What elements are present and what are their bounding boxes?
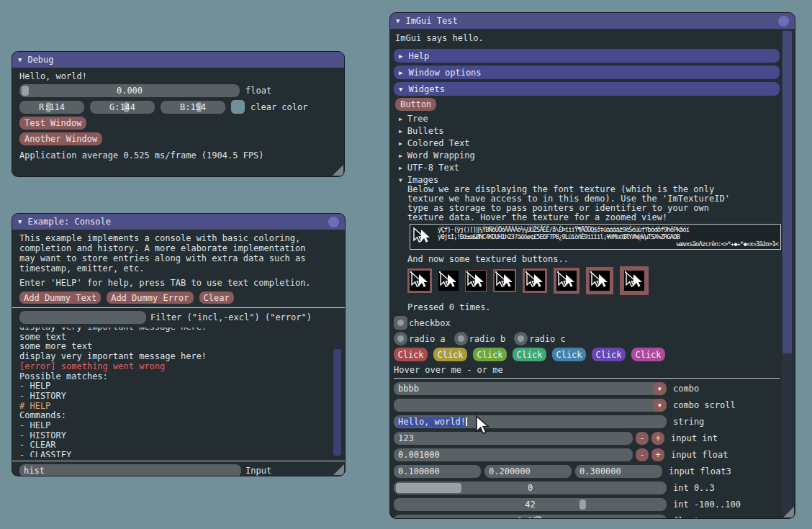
image-button[interactable] <box>586 267 613 294</box>
scrollbar-thumb[interactable] <box>782 31 792 353</box>
resize-grip[interactable] <box>333 165 343 176</box>
combo[interactable]: bbbb ▼ <box>394 382 667 395</box>
close-button[interactable] <box>328 217 339 227</box>
console-intro-line: timestamp, emitter, etc. <box>19 263 338 273</box>
font-texture-image[interactable]: ýÇf}·{ÿj()[]‖¼ÝBÑòÛÖóÃÄÀÁò½¼ÙÚŽŠÅÉÊ/å\ÈÞ… <box>410 224 781 250</box>
combo-scroll[interactable]: ▼ <box>394 399 667 412</box>
window-title: Example: Console <box>27 217 111 227</box>
resize-grip[interactable] <box>783 507 794 517</box>
color-slider[interactable]: B:154 <box>161 101 225 114</box>
image-button[interactable] <box>523 268 547 293</box>
filter-input[interactable] <box>19 311 146 324</box>
tree-item-label: Bullets <box>407 126 444 136</box>
input-float3-x[interactable]: 0.100000 <box>394 465 481 478</box>
input-float3-y[interactable]: 0.200000 <box>484 465 572 478</box>
console-log[interactable]: display very important message here!some… <box>19 327 342 457</box>
checkbox[interactable] <box>394 316 407 330</box>
input-float-field[interactable]: 0.001000 <box>394 448 633 461</box>
collapse-arrow-icon[interactable]: ▼ <box>18 219 22 225</box>
plus-button[interactable]: + <box>651 432 664 445</box>
cursor-pair-icon <box>410 271 430 291</box>
combo-arrow-button[interactable]: ▼ <box>653 382 667 395</box>
clear-color-swatch[interactable] <box>231 100 245 114</box>
hello-world-text: Hello, world! <box>19 71 337 81</box>
tree-item-label: Colored Text <box>407 138 470 148</box>
slider-int-0-3[interactable]: 0 <box>394 481 667 494</box>
radio-button-a[interactable] <box>394 332 407 345</box>
input-int-field[interactable]: 123 <box>394 432 633 445</box>
another-window-button[interactable]: Another Window <box>19 132 102 145</box>
test-window-button[interactable]: Test Window <box>19 117 86 130</box>
radio-button-b[interactable] <box>454 332 468 345</box>
slider-float[interactable]: 1.123 <box>394 515 667 519</box>
add-dummy-error-button[interactable]: Add Dummy Error <box>107 291 193 304</box>
click-button[interactable]: Click <box>394 348 428 361</box>
click-button[interactable]: Click <box>473 348 507 361</box>
tree-item-word-wrapping[interactable]: ▶Word Wrapping <box>394 150 780 160</box>
log-line: - CLEAR <box>19 440 342 451</box>
input-float-label: input float <box>671 450 728 460</box>
slider-value: R:114 <box>19 101 84 114</box>
console-input[interactable]: hist <box>19 464 241 476</box>
tree-item-utf-8-text[interactable]: ▶UTF-8 Text <box>394 163 780 173</box>
minus-button[interactable]: - <box>636 432 649 445</box>
radio-button-c[interactable] <box>514 332 528 345</box>
click-button[interactable]: Click <box>433 348 467 361</box>
string-input[interactable]: Hello, world! <box>394 415 667 428</box>
cursor-pair-icon <box>438 271 459 291</box>
collapse-arrow-icon[interactable]: ▼ <box>18 57 22 63</box>
float-slider[interactable]: 0.000 <box>19 84 240 97</box>
image-button[interactable] <box>465 270 487 291</box>
add-dummy-text-button[interactable]: Add Dummy Text <box>19 291 101 304</box>
click-button[interactable]: Click <box>631 348 665 361</box>
widgets-button[interactable]: Button <box>395 98 436 111</box>
separator <box>12 461 345 461</box>
plus-button[interactable]: + <box>651 448 664 461</box>
header-window-options[interactable]: ▶ Window options <box>394 65 780 79</box>
image-button[interactable] <box>493 269 516 292</box>
console-titlebar[interactable]: ▼ Example: Console <box>12 214 345 230</box>
collapse-arrow-icon[interactable]: ▼ <box>396 18 400 24</box>
separator <box>12 307 345 308</box>
input-float3-z[interactable]: 0.300000 <box>575 465 662 478</box>
resize-grip[interactable] <box>333 464 344 475</box>
close-button[interactable] <box>778 16 789 27</box>
imgui-test-titlebar[interactable]: ▼ ImGui Test <box>390 13 795 29</box>
scrollbar-thumb[interactable] <box>333 349 341 456</box>
header-widgets[interactable]: ▼ Widgets <box>394 82 780 96</box>
textured-buttons-caption: And now some textured buttons.. <box>407 254 780 264</box>
imgui-hello-text: ImGui says hello. <box>395 33 780 43</box>
scrollbar-track[interactable] <box>333 327 342 457</box>
combo-arrow-button[interactable]: ▼ <box>653 399 667 412</box>
log-line: - HISTORY <box>19 431 342 441</box>
scrollbar-track[interactable] <box>782 30 793 515</box>
cursor-pair-icon <box>412 226 432 246</box>
click-button[interactable]: Click <box>513 348 546 361</box>
slider-int-100-label: int -100..100 <box>673 499 741 510</box>
click-button[interactable]: Click <box>552 348 586 361</box>
radio-label: radio c <box>529 334 566 344</box>
debug-titlebar[interactable]: ▼ Debug <box>12 52 344 68</box>
image-button[interactable] <box>554 268 579 294</box>
color-slider[interactable]: G:144 <box>90 101 155 114</box>
tree-item-images[interactable]: ▼Images <box>394 175 780 185</box>
color-slider[interactable]: R:114 <box>19 101 84 114</box>
tree-item-colored-text[interactable]: ▶Colored Text <box>394 138 780 148</box>
slider-int-100[interactable]: 42 <box>394 498 667 511</box>
click-button[interactable]: Click <box>592 348 626 361</box>
image-button[interactable] <box>620 266 649 295</box>
clear-button[interactable]: Clear <box>199 291 234 304</box>
chevron-down-icon: ▼ <box>658 402 662 409</box>
header-help[interactable]: ▶ Help <box>394 49 780 63</box>
log-line: [error] something went wrong <box>19 362 342 372</box>
cursor-texture-image <box>495 271 515 291</box>
tree-item-tree[interactable]: ▶Tree <box>394 114 780 124</box>
image-button[interactable] <box>438 271 459 291</box>
minus-button[interactable]: - <box>636 448 649 461</box>
tree-item-label: Tree <box>407 114 428 124</box>
console-intro-line: completion and history. A more elaborate… <box>19 243 338 253</box>
console-intro-text: This example implements a console with b… <box>19 233 338 273</box>
image-button[interactable] <box>407 268 432 293</box>
tree-item-label: UTF-8 Text <box>407 163 459 173</box>
tree-item-bullets[interactable]: ▶Bullets <box>394 126 780 136</box>
